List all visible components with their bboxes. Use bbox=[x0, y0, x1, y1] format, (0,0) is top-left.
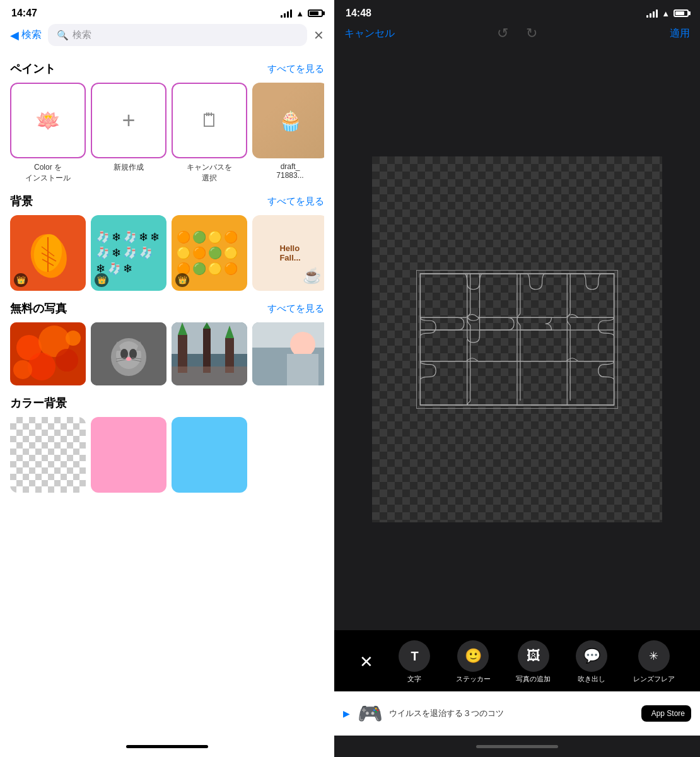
bg-card-4[interactable]: HelloFall... ☕ bbox=[252, 215, 324, 291]
bg-title: 背景 bbox=[10, 194, 33, 209]
svg-point-9 bbox=[55, 349, 78, 372]
bottom-bar-left bbox=[0, 736, 334, 757]
new-label: 新規作成 bbox=[91, 162, 166, 173]
paint-see-all[interactable]: すべてを見る bbox=[267, 63, 324, 75]
lens-tool-label: レンズフレア bbox=[633, 674, 675, 684]
bg-card-2[interactable]: 🧦❄🧦❄ ❄🧦❄🧦 🧦❄🧦❄ 👑 bbox=[91, 215, 166, 291]
lens-tool-icon: ✳ bbox=[638, 640, 670, 672]
plus-icon: + bbox=[122, 107, 135, 134]
crown-badge-2: 👑 bbox=[95, 273, 108, 287]
canvas-area[interactable]: .puzzle-piece { fill: none; stroke: #aaa… bbox=[334, 48, 700, 630]
undo-button[interactable]: ↺ bbox=[497, 25, 508, 42]
color-bg-blue[interactable] bbox=[172, 417, 247, 493]
signal-icon bbox=[281, 9, 292, 18]
ad-text: ウイルスを退治する３つのコツ bbox=[389, 708, 634, 719]
tools-row: ✕ T 文字 🙂 ステッカー 🖼 写真の追加 💬 吹き出し ✳ レンズフレア bbox=[334, 637, 700, 688]
tool-lens[interactable]: ✳ レンズフレア bbox=[633, 640, 675, 684]
color-bg-section-header: カラー背景 bbox=[10, 396, 324, 411]
back-arrow-icon: ◀ bbox=[10, 28, 19, 42]
status-bar-left: 14:47 ▲ bbox=[0, 0, 334, 21]
sticker-tool-icon: 🙂 bbox=[457, 640, 489, 672]
home-bar bbox=[476, 745, 558, 748]
home-indicator-left bbox=[126, 745, 208, 748]
install-card[interactable]: 🪷 bbox=[10, 83, 86, 158]
left-panel: 14:47 ▲ ◀ 検索 🔍 検索 ✕ ペイント すべてを見る bbox=[0, 0, 334, 757]
bg-see-all[interactable]: すべてを見る bbox=[267, 196, 324, 208]
color-bg-pink[interactable] bbox=[91, 417, 166, 493]
svg-point-11 bbox=[13, 360, 32, 379]
photo-card-person[interactable] bbox=[252, 322, 324, 385]
search-bar[interactable]: 🔍 検索 bbox=[48, 24, 307, 46]
ad-mascot-icon: 🎮 bbox=[358, 701, 383, 725]
ad-arrow-icon: ▶ bbox=[343, 708, 350, 719]
paint-card-install[interactable]: 🪷 Color をインストール bbox=[10, 83, 86, 184]
redo-button[interactable]: ↻ bbox=[526, 25, 537, 42]
photos-see-all[interactable]: すべてを見る bbox=[267, 303, 324, 315]
svg-point-18 bbox=[120, 349, 128, 359]
close-tool-button[interactable]: ✕ bbox=[359, 652, 373, 672]
photo-card-leaves[interactable] bbox=[10, 322, 86, 385]
paint-card-canvas[interactable]: 🗒 キャンバスを選択 bbox=[172, 83, 247, 184]
svg-rect-37 bbox=[287, 354, 318, 385]
ad-banner[interactable]: ▶ 🎮 ウイルスを退治する３つのコツ App Store bbox=[334, 691, 700, 736]
wifi-icon-right: ▲ bbox=[662, 9, 670, 18]
speech-tool-icon: 💬 bbox=[576, 640, 607, 672]
search-icon: 🔍 bbox=[57, 30, 69, 41]
paint-title: ペイント bbox=[10, 61, 55, 76]
photos-title: 無料の写真 bbox=[10, 301, 67, 316]
new-card[interactable]: + bbox=[91, 83, 166, 158]
cancel-button[interactable]: キャンセル bbox=[344, 27, 460, 40]
paint-card-draft[interactable]: 🧁 draft_71883... bbox=[252, 83, 324, 184]
text-tool-label: 文字 bbox=[407, 674, 421, 684]
bg-card-1[interactable]: 👑 bbox=[10, 215, 86, 291]
svg-point-10 bbox=[28, 353, 55, 380]
sticker-tool-label: ステッカー bbox=[456, 674, 491, 684]
status-bar-right: 14:48 ▲ bbox=[334, 0, 700, 21]
time-right: 14:48 bbox=[346, 8, 371, 19]
toolbar-area: ✕ T 文字 🙂 ステッカー 🖼 写真の追加 💬 吹き出し ✳ レンズフレア bbox=[334, 630, 700, 691]
svg-point-19 bbox=[129, 349, 137, 359]
svg-point-20 bbox=[126, 357, 131, 361]
wifi-icon: ▲ bbox=[296, 9, 304, 18]
draft-label: draft_71883... bbox=[252, 162, 324, 180]
scroll-content[interactable]: ペイント すべてを見る 🪷 Color をインストール + 新規作成 🗒 キャ bbox=[0, 51, 334, 736]
canvas-card[interactable]: 🗒 bbox=[172, 83, 247, 158]
tool-sticker[interactable]: 🙂 ステッカー bbox=[456, 640, 491, 684]
bg-grid: 👑 🧦❄🧦❄ ❄🧦❄🧦 🧦❄🧦❄ 👑 🟠🟢🟡🟠 🟡🟠🟢🟡 🟠🟢🟡🟠 👑 bbox=[10, 215, 324, 291]
back-button[interactable]: ◀ 検索 bbox=[10, 28, 42, 42]
leaves-photo-svg bbox=[10, 322, 86, 385]
status-icons-left: ▲ bbox=[281, 9, 323, 18]
bg-card-3[interactable]: 🟠🟢🟡🟠 🟡🟠🟢🟡 🟠🟢🟡🟠 👑 bbox=[172, 215, 247, 291]
canvas-label: キャンバスを選択 bbox=[172, 162, 247, 184]
install-label: Color をインストール bbox=[10, 162, 86, 184]
apply-button[interactable]: 適用 bbox=[575, 27, 690, 40]
color-bg-grid bbox=[10, 417, 324, 493]
tool-photo-add[interactable]: 🖼 写真の追加 bbox=[516, 640, 551, 684]
draft-thumbnail[interactable]: 🧁 bbox=[252, 83, 324, 158]
home-indicator-right bbox=[334, 736, 700, 757]
puzzle-svg: .puzzle-piece { fill: none; stroke: #aaa… bbox=[417, 271, 617, 408]
color-bg-checker[interactable] bbox=[10, 417, 86, 493]
tool-text[interactable]: T 文字 bbox=[399, 640, 430, 684]
puzzle-canvas: .puzzle-piece { fill: none; stroke: #aaa… bbox=[416, 270, 618, 409]
photo-card-forest[interactable] bbox=[172, 322, 247, 385]
editor-nav: キャンセル ↺ ↻ 適用 bbox=[334, 21, 700, 48]
speech-tool-label: 吹き出し bbox=[578, 674, 605, 684]
photos-grid bbox=[10, 322, 324, 385]
back-label: 検索 bbox=[21, 28, 42, 42]
photo-add-tool-label: 写真の追加 bbox=[516, 674, 551, 684]
svg-rect-33 bbox=[172, 367, 247, 385]
paint-card-new[interactable]: + 新規作成 bbox=[91, 83, 166, 184]
app-store-button[interactable]: App Store bbox=[641, 705, 691, 722]
time-left: 14:47 bbox=[11, 8, 37, 19]
svg-point-12 bbox=[66, 331, 81, 346]
photo-card-cat[interactable] bbox=[91, 322, 166, 385]
close-button[interactable]: ✕ bbox=[313, 28, 324, 43]
crown-badge-1: 👑 bbox=[14, 273, 28, 287]
color-logo-icon: 🪷 bbox=[35, 109, 61, 132]
color-bg-title: カラー背景 bbox=[10, 396, 67, 411]
status-icons-right: ▲ bbox=[646, 9, 689, 18]
tool-speech[interactable]: 💬 吹き出し bbox=[576, 640, 607, 684]
nav-bar-left: ◀ 検索 🔍 検索 ✕ bbox=[0, 21, 334, 51]
ad-content: 🎮 ウイルスを退治する３つのコツ bbox=[358, 701, 634, 725]
